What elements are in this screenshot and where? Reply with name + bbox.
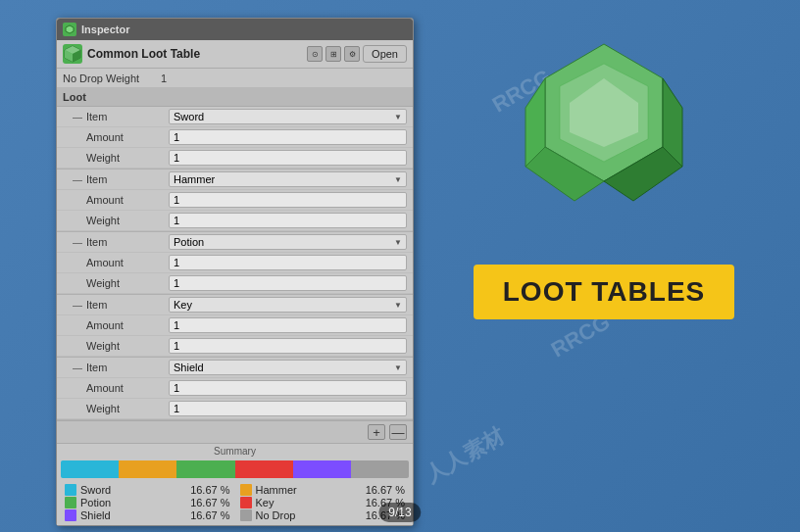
- item-dash-0: —: [73, 112, 82, 122]
- amount-value-0: 1: [169, 129, 407, 145]
- weight-value-0: 1: [169, 150, 407, 166]
- weight-row-4: — Weight 1: [57, 399, 413, 419]
- legend-pct-2: 16.67 %: [190, 497, 229, 508]
- summary-color-bar: [61, 460, 409, 478]
- weight-value-1: 1: [169, 213, 407, 228]
- legend-name-0: Sword: [80, 484, 186, 496]
- item-row-2: — Item Potion ▼: [57, 232, 413, 253]
- legend-name-1: Hammer: [256, 484, 362, 496]
- item-dash-2: —: [73, 237, 82, 248]
- header-buttons: ⊙ ⊞ ⚙ Open: [307, 45, 407, 63]
- add-item-button[interactable]: +: [368, 424, 385, 440]
- legend-name-5: No Drop: [256, 509, 362, 521]
- legend-pct-4: 16.67 %: [190, 509, 229, 521]
- weight-label-3: Weight: [86, 340, 169, 352]
- weight-label-1: Weight: [86, 215, 169, 226]
- item-dash-1: —: [73, 174, 82, 185]
- weight-label-4: Weight: [86, 403, 169, 414]
- loot-section-header: Loot: [57, 88, 413, 107]
- asset-name: Common Loot Table: [87, 47, 200, 61]
- weight-row-0: — Weight 1: [57, 148, 413, 169]
- color-segment-1: [119, 460, 176, 478]
- amount-row-1: — Amount 1: [57, 190, 413, 211]
- amount-row-2: — Amount 1: [57, 253, 413, 273]
- legend-name-3: Key: [256, 497, 362, 508]
- legend-pct-1: 16.67 %: [366, 484, 405, 496]
- item-label-4: Item: [86, 362, 169, 373]
- item-row-0: — Item Sword ▼: [57, 107, 413, 127]
- settings-btn[interactable]: ⚙: [344, 46, 360, 62]
- no-drop-weight-value: 1: [161, 73, 407, 84]
- weight-row-2: — Weight 1: [57, 273, 413, 294]
- item-dropdown-0[interactable]: Sword ▼: [169, 109, 407, 124]
- item-dropdown-2[interactable]: Potion ▼: [169, 234, 407, 250]
- legend-item-1: Hammer 16.67 %: [240, 484, 406, 496]
- color-segment-5: [351, 460, 409, 478]
- inspector-panel: Inspector Common Loot Table ⊙ ⊞ ⚙ Open N…: [56, 18, 414, 526]
- header-left: Common Loot Table: [63, 44, 200, 64]
- item-label-3: Item: [86, 299, 169, 311]
- weight-label-0: Weight: [86, 152, 169, 164]
- no-drop-weight-label: No Drop Weight: [63, 73, 161, 84]
- amount-label-2: Amount: [86, 257, 169, 268]
- amount-label-0: Amount: [86, 131, 169, 143]
- amount-label-1: Amount: [86, 194, 169, 206]
- item-row-3: — Item Key ▼: [57, 295, 413, 315]
- amount-label-4: Amount: [86, 382, 169, 394]
- legend-color-0: [65, 484, 76, 496]
- summary-label: Summary: [57, 444, 413, 459]
- amount-value-1: 1: [169, 192, 407, 208]
- item-group-3: — Item Key ▼ — Amount 1 — Weight 1: [57, 295, 413, 358]
- remove-item-button[interactable]: —: [389, 424, 407, 440]
- weight-value-2: 1: [169, 275, 407, 291]
- amount-value-2: 1: [169, 255, 407, 270]
- inspector-titlebar: Inspector: [57, 19, 413, 40]
- color-segment-3: [235, 460, 293, 478]
- item-dash-4: —: [73, 363, 82, 373]
- legend-pct-0: 16.67 %: [190, 484, 229, 496]
- legend-color-2: [65, 497, 76, 508]
- item-group-2: — Item Potion ▼ — Amount 1 — Weight 1: [57, 232, 413, 295]
- color-segment-4: [293, 460, 351, 478]
- amount-row-4: — Amount 1: [57, 378, 413, 399]
- weight-label-2: Weight: [86, 277, 169, 289]
- amount-row-3: — Amount 1: [57, 315, 413, 336]
- item-row-4: — Item Shield ▼: [57, 358, 413, 378]
- svg-marker-0: [66, 25, 74, 33]
- select-btn[interactable]: ⊙: [307, 46, 323, 62]
- gem-container: [506, 29, 702, 245]
- grid-btn[interactable]: ⊞: [325, 46, 341, 62]
- loot-banner: LOOT TABLES: [474, 265, 734, 319]
- right-content: LOOT TABLES: [408, 0, 800, 532]
- open-button[interactable]: Open: [363, 45, 407, 63]
- legend-color-3: [240, 497, 252, 508]
- item-group-4: — Item Shield ▼ — Amount 1 — Weight 1: [57, 358, 413, 420]
- legend-item-4: Shield 16.67 %: [65, 509, 230, 521]
- item-label-2: Item: [86, 236, 169, 248]
- color-segment-2: [176, 460, 234, 478]
- amount-value-3: 1: [169, 317, 407, 333]
- add-remove-bar: + —: [57, 420, 413, 443]
- inspector-title: Inspector: [81, 24, 130, 35]
- item-dropdown-1[interactable]: Hammer ▼: [169, 171, 407, 187]
- no-drop-weight-row: No Drop Weight 1: [57, 69, 413, 88]
- weight-row-3: — Weight 1: [57, 336, 413, 357]
- item-dropdown-3[interactable]: Key ▼: [169, 297, 407, 313]
- inspector-icon: [63, 23, 76, 36]
- loot-banner-text: LOOT TABLES: [503, 276, 705, 307]
- legend-color-4: [65, 509, 76, 521]
- amount-value-4: 1: [169, 380, 407, 396]
- item-dropdown-4[interactable]: Shield ▼: [169, 360, 407, 375]
- weight-value-4: 1: [169, 401, 407, 416]
- legend-item-2: Potion 16.67 %: [65, 497, 230, 508]
- legend-item-0: Sword 16.67 %: [65, 484, 230, 496]
- amount-row-0: — Amount 1: [57, 127, 413, 148]
- legend-name-2: Potion: [80, 497, 186, 508]
- weight-value-3: 1: [169, 338, 407, 354]
- item-group-1: — Item Hammer ▼ — Amount 1 — Weight 1: [57, 169, 413, 232]
- legend-color-1: [240, 484, 252, 496]
- legend-color-5: [240, 509, 252, 521]
- asset-icon: [63, 44, 82, 64]
- item-label-0: Item: [86, 111, 169, 122]
- legend-grid: Sword 16.67 % Hammer 16.67 % Potion 16.6…: [57, 480, 413, 525]
